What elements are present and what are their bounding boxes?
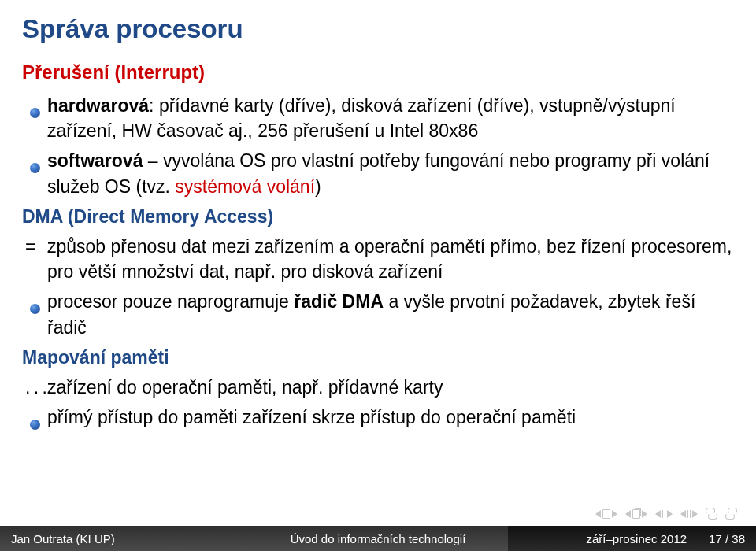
- text: procesor pouze naprogramuje: [47, 291, 294, 312]
- term-bold: řadič DMA: [294, 291, 384, 312]
- footer-date: září–prosinec 2012: [587, 532, 687, 545]
- equals-sign: =: [22, 234, 47, 259]
- nav-prev-icon[interactable]: [655, 510, 673, 518]
- section-heading-mapping: Mapování paměti: [22, 345, 734, 370]
- bullet-icon: [22, 99, 47, 124]
- footer-page: září–prosinec 2012 17 / 38: [508, 526, 756, 551]
- nav-first-icon[interactable]: [595, 509, 617, 519]
- text: ): [315, 176, 321, 197]
- bullet-sw: softwarová – vyvolána OS pro vlastní pot…: [22, 148, 734, 198]
- text: – vyvolána OS pro vlastní potřeby fungov…: [47, 150, 710, 196]
- content-area: hardwarová: přídavné karty (dříve), disk…: [22, 93, 734, 436]
- term-bold: softwarová: [47, 150, 143, 171]
- page-title: Správa procesoru: [22, 14, 734, 44]
- section-heading-interrupt: Přerušení (Interrupt): [22, 61, 734, 83]
- bullet-dma-detail: procesor pouze naprogramuje řadič DMA a …: [22, 289, 734, 339]
- nav-back-icon[interactable]: [706, 508, 717, 520]
- bullet-mapping-detail: přímý přístup do paměti zařízení skrze p…: [22, 405, 734, 436]
- bullet-text: softwarová – vyvolána OS pro vlastní pot…: [47, 148, 734, 198]
- footer-title: Úvod do informačních technologií: [248, 526, 509, 551]
- slide: Správa procesoru Přerušení (Interrupt) h…: [0, 0, 756, 551]
- ellipsis-row: . . . zařízení do operační paměti, např.…: [22, 375, 734, 400]
- nav-next-icon[interactable]: [680, 510, 698, 518]
- section-heading-dma: DMA (Direct Memory Access): [22, 204, 734, 229]
- definition-text: způsob přenosu dat mezi zařízením a oper…: [47, 234, 734, 284]
- nav-forward-icon[interactable]: [725, 508, 737, 520]
- bullet-text: procesor pouze naprogramuje řadič DMA a …: [47, 289, 734, 339]
- bullet-icon: [22, 411, 47, 436]
- bullet-icon: [22, 295, 47, 320]
- definition-row: = způsob přenosu dat mezi zařízením a op…: [22, 234, 734, 284]
- term-bold: hardwarová: [47, 95, 149, 116]
- nav-prev-section-icon[interactable]: [625, 509, 647, 519]
- text: zařízení do operační paměti, např. přída…: [47, 375, 734, 400]
- footer: Jan Outrata (KI UP) Úvod do informačních…: [0, 526, 756, 551]
- bullet-text: přímý přístup do paměti zařízení skrze p…: [47, 405, 734, 430]
- ellipsis: . . .: [22, 375, 47, 400]
- bullet-text: hardwarová: přídavné karty (dříve), disk…: [47, 93, 734, 143]
- bullet-icon: [22, 154, 47, 179]
- beamer-nav: [595, 508, 737, 520]
- bullet-hw: hardwarová: přídavné karty (dříve), disk…: [22, 93, 734, 143]
- term-highlight: systémová volání: [175, 176, 315, 197]
- footer-page-number: 17 / 38: [709, 532, 745, 545]
- footer-author: Jan Outrata (KI UP): [0, 526, 248, 551]
